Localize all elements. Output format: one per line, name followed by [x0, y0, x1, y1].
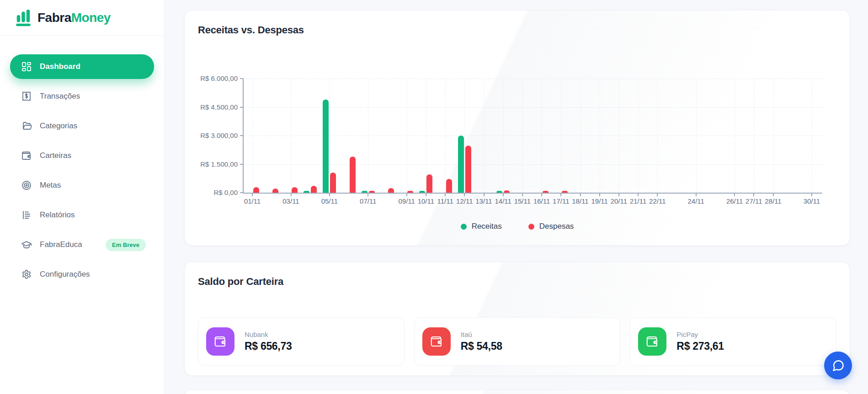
gridline-horizontal — [244, 164, 822, 165]
x-axis-tick — [503, 194, 504, 196]
sidebar-item-fabraeduca[interactable]: FabraEducaEm Breve — [10, 232, 154, 257]
sidebar-item-configuracoes[interactable]: Configurações — [10, 262, 154, 287]
gridline-vertical — [291, 79, 292, 193]
sidebar-item-transacoes[interactable]: Transações — [10, 84, 154, 109]
bar-despesas — [311, 186, 317, 193]
gridline-vertical — [407, 79, 407, 193]
gridline-vertical — [503, 79, 504, 193]
wallet-balance: R$ 273,61 — [676, 340, 724, 352]
sidebar-item-label: Metas — [40, 181, 61, 190]
x-axis-tick — [560, 194, 561, 196]
gridline-vertical — [522, 79, 523, 193]
x-axis-tick — [638, 194, 639, 196]
wallet-name: Nubank — [245, 331, 292, 338]
x-axis-tick — [464, 194, 465, 196]
x-axis-tick — [406, 194, 407, 196]
x-axis-tick — [522, 194, 523, 196]
gridline-vertical — [735, 79, 735, 193]
gear-icon — [21, 269, 32, 280]
x-axis-tick — [367, 194, 368, 196]
wallet-icon — [645, 335, 659, 348]
main-content: Receitas vs. Despesas R$ 0,00R$ 1.500,00… — [165, 0, 868, 394]
sidebar-item-categorias[interactable]: Categorias — [10, 114, 154, 138]
sidebar-item-label: FabraEduca — [40, 240, 82, 249]
bar-despesas — [504, 190, 510, 193]
y-axis-label: R$ 4.500,00 — [186, 103, 238, 111]
y-axis-label: R$ 6.000,00 — [186, 74, 238, 82]
wallet-colored-icon — [206, 327, 234, 356]
x-axis-tick — [329, 194, 330, 196]
gridline-vertical — [754, 79, 754, 193]
gridline-vertical — [542, 79, 542, 193]
gridline-vertical — [773, 79, 774, 193]
wallet-item-picpay: PicPayR$ 273,61 — [630, 317, 836, 366]
bar-despesas — [426, 174, 432, 193]
sidebar-item-label: Transações — [40, 92, 80, 101]
wallet-icon — [213, 335, 227, 348]
report-icon — [21, 210, 32, 221]
sidebar-item-label: Dashboard — [40, 62, 80, 71]
x-axis-label: 05/11 — [311, 197, 348, 205]
y-axis-label: R$ 1.500,00 — [186, 160, 238, 168]
revenue-expense-card: Receitas vs. Despesas R$ 0,00R$ 1.500,00… — [184, 10, 850, 246]
x-axis-label: 03/11 — [273, 197, 309, 205]
gridline-horizontal — [244, 79, 822, 79]
legend-item-despesas[interactable]: Despesas — [528, 222, 574, 231]
legend-label: Despesas — [539, 222, 574, 231]
gridline-vertical — [657, 79, 658, 193]
x-axis-tick — [599, 194, 600, 196]
wallet-colored-icon — [422, 327, 451, 356]
y-axis-label: R$ 3.000,00 — [186, 131, 238, 139]
sidebar-item-relatorios[interactable]: Relatórios — [10, 203, 154, 227]
bar-despesas — [292, 187, 298, 193]
x-axis-label: 30/11 — [793, 197, 830, 205]
brand-name-green: Money — [71, 11, 111, 25]
wallet-balance: R$ 656,73 — [245, 340, 292, 352]
brand-name-dark: Fabra — [37, 11, 71, 25]
sidebar-menu: DashboardTransaçõesCategoriasCarteirasMe… — [0, 36, 164, 310]
y-axis-label: R$ 0,00 — [186, 189, 238, 196]
x-axis-tick — [445, 194, 446, 196]
legend-dot — [461, 224, 467, 230]
dashboard-icon — [21, 61, 32, 72]
wallets-title: Saldo por Carteira — [198, 276, 283, 288]
bar-despesas — [330, 173, 336, 193]
gridline-vertical — [484, 79, 485, 193]
gridline-horizontal — [244, 107, 822, 108]
sidebar-item-label: Carteiras — [40, 151, 71, 160]
x-axis-label: 22/11 — [639, 197, 676, 205]
x-axis-tick — [696, 194, 697, 196]
sidebar-item-dashboard[interactable]: Dashboard — [10, 54, 154, 79]
legend-item-receitas[interactable]: Receitas — [461, 222, 502, 231]
wallet-icon — [21, 150, 32, 161]
logo-bars-icon — [15, 9, 32, 26]
gridline-vertical — [696, 79, 697, 193]
x-axis-tick — [426, 194, 426, 196]
wallet-name: PicPay — [676, 331, 724, 338]
wallet-balance-card: Saldo por Carteira NubankR$ 656,73ItaúR$… — [184, 262, 850, 376]
bar-receitas — [304, 191, 309, 193]
bar-despesas — [369, 191, 375, 193]
bar-receitas — [496, 191, 502, 193]
gridline-vertical — [600, 79, 600, 193]
sidebar-item-metas[interactable]: Metas — [10, 173, 154, 198]
x-axis-tick — [252, 194, 253, 196]
gridline-horizontal — [244, 136, 822, 136]
x-axis-tick — [811, 194, 812, 196]
bar-chart: R$ 0,00R$ 1.500,00R$ 3.000,00R$ 4.500,00… — [185, 11, 850, 245]
wallet-balance: R$ 54,58 — [461, 340, 502, 352]
brand-name: FabraMoney — [37, 11, 111, 25]
x-axis-label: 28/11 — [755, 197, 792, 205]
sidebar-item-carteiras[interactable]: Carteiras — [10, 143, 154, 168]
wallet-item-nubank: NubankR$ 656,73 — [198, 317, 405, 366]
bar-despesas — [446, 179, 452, 193]
gridline-vertical — [252, 79, 253, 193]
wallet-name: Itaú — [461, 331, 502, 338]
gridline-vertical — [445, 79, 446, 193]
chat-button[interactable] — [824, 352, 852, 379]
bar-despesas — [388, 188, 394, 193]
x-axis-tick — [657, 194, 658, 196]
x-axis-label: 24/11 — [678, 197, 714, 205]
bar-receitas — [458, 136, 464, 193]
x-axis-tick — [484, 194, 485, 196]
